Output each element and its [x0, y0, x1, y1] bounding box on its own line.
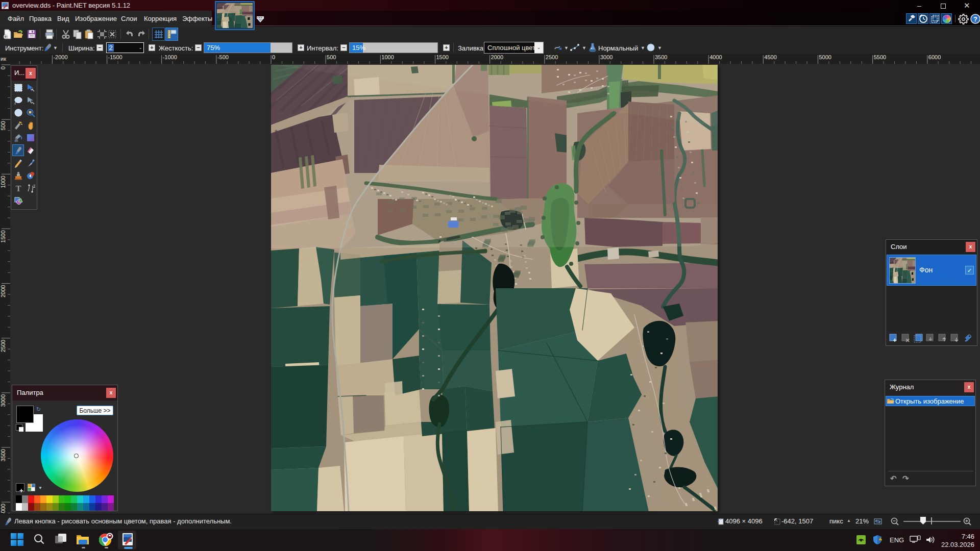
svg-text:3500: 3500	[655, 54, 667, 60]
svg-text:0: 0	[0, 66, 6, 69]
svg-text:T: T	[16, 184, 21, 193]
svg-text:2000: 2000	[491, 54, 503, 60]
svg-text:2: 2	[33, 184, 35, 189]
svg-text:-2000: -2000	[53, 54, 67, 60]
svg-text:6000: 6000	[928, 54, 941, 60]
svg-text:500: 500	[327, 54, 336, 60]
svg-text:-500: -500	[217, 54, 229, 60]
svg-text:3000: 3000	[0, 394, 6, 407]
svg-text:1500: 1500	[436, 54, 449, 60]
svg-text:1000: 1000	[381, 54, 394, 60]
svg-text:0: 0	[272, 54, 275, 60]
svg-text:1000: 1000	[0, 176, 6, 188]
svg-text:2000: 2000	[0, 285, 6, 297]
svg-text:3500: 3500	[0, 449, 6, 461]
svg-text:4000: 4000	[0, 504, 6, 514]
svg-text:5000: 5000	[819, 54, 831, 60]
svg-text:1500: 1500	[0, 230, 6, 242]
svg-text:4500: 4500	[764, 54, 776, 60]
svg-text:+: +	[893, 337, 896, 343]
svg-text:500: 500	[0, 121, 6, 130]
svg-text:?: ?	[973, 15, 977, 23]
svg-text:3000: 3000	[600, 54, 612, 60]
svg-text:4000: 4000	[709, 54, 722, 60]
svg-text:-1500: -1500	[108, 54, 122, 60]
svg-text:-1000: -1000	[163, 54, 177, 60]
svg-text:5500: 5500	[874, 54, 886, 60]
svg-text:2500: 2500	[0, 340, 6, 352]
svg-text:✕: ✕	[905, 337, 910, 343]
svg-text:2500: 2500	[546, 54, 558, 60]
